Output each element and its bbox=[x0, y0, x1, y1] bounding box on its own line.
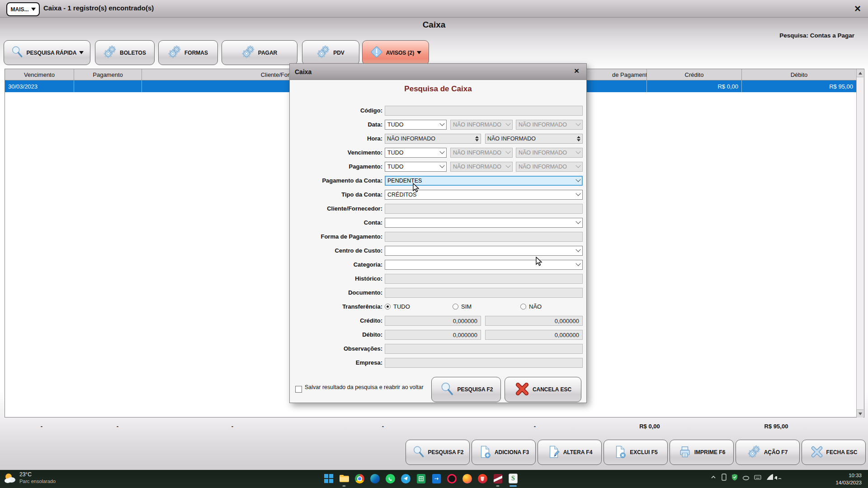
chevron-down-icon bbox=[417, 51, 421, 54]
field-inputs bbox=[385, 274, 583, 284]
volume-network-icon[interactable] bbox=[766, 474, 782, 481]
vertical-scrollbar[interactable] bbox=[856, 69, 864, 417]
phone-link-icon[interactable] bbox=[721, 474, 727, 481]
whatsapp-taskbar-icon[interactable] bbox=[384, 472, 396, 485]
form-row: Conta: bbox=[290, 218, 587, 228]
field-label: Categoria: bbox=[292, 260, 382, 270]
more-menu-label: MAIS... bbox=[10, 6, 28, 13]
chevron-down-icon bbox=[576, 247, 580, 252]
toolbar-button-pagar[interactable]: PAGAR bbox=[222, 40, 297, 65]
erp-app-taskbar-icon[interactable]: S bbox=[507, 472, 519, 485]
toolbar-button-boletos[interactable]: BOLETOS bbox=[95, 40, 155, 65]
toolbar-button-avisos-2-[interactable]: AVISOS (2) bbox=[362, 40, 429, 65]
imprime-f6-button[interactable]: IMPRIME F6 bbox=[670, 440, 734, 465]
window-close-button[interactable]: × bbox=[854, 1, 861, 16]
spinner-arrows-icon[interactable] bbox=[577, 136, 580, 141]
cloud-icon[interactable] bbox=[742, 474, 750, 480]
toolbar-button-formas[interactable]: FORMAS bbox=[158, 40, 218, 65]
radio-transfer-ncia-no[interactable]: NÃO bbox=[520, 303, 542, 310]
field-label: Código: bbox=[292, 106, 382, 116]
magnifier-icon bbox=[10, 45, 24, 60]
cancela-esc-button[interactable]: CANCELA ESC bbox=[505, 377, 581, 402]
row-cell: R$ 0,00 bbox=[647, 80, 742, 92]
toolbar-button-pesquisa-r-pida[interactable]: PESQUISA RÁPIDA bbox=[4, 40, 90, 65]
opera-taskbar-icon[interactable] bbox=[446, 472, 458, 485]
share-taskbar-icon[interactable] bbox=[430, 472, 442, 485]
altera-f4-button[interactable]: ALTERA F4 bbox=[538, 440, 602, 465]
mouse-cursor bbox=[413, 183, 420, 193]
edge-taskbar-icon[interactable] bbox=[369, 472, 381, 485]
telegram-taskbar-icon[interactable] bbox=[400, 472, 411, 485]
adiciona-f3-button[interactable]: ADICIONA F3 bbox=[472, 440, 536, 465]
dialog-button-label: CANCELA ESC bbox=[533, 386, 571, 393]
a-o-f7-button[interactable]: AÇÃO F7 bbox=[736, 440, 800, 465]
field-inputs bbox=[385, 106, 583, 116]
field-label: Hora: bbox=[292, 134, 382, 144]
radio-transfer-ncia-sim[interactable]: SIM bbox=[453, 303, 472, 310]
keyboard-icon[interactable] bbox=[754, 474, 761, 480]
weather-desc: Parc ensolarado bbox=[19, 478, 56, 485]
scroll-down-arrow[interactable] bbox=[857, 409, 863, 418]
shield-icon[interactable] bbox=[731, 474, 738, 481]
field-inputs: TUDO NÃO INFORMADO NÃO INFORMADO bbox=[385, 120, 583, 130]
field-inputs bbox=[385, 288, 583, 298]
select-data[interactable]: TUDO bbox=[385, 120, 447, 130]
field-inputs: TUDO NÃO INFORMADO NÃO INFORMADO bbox=[385, 148, 583, 158]
explorer-taskbar-icon[interactable] bbox=[338, 472, 350, 485]
exclui-f5-button[interactable]: EXCLUI F5 bbox=[604, 440, 668, 465]
field-observa-es bbox=[385, 344, 583, 354]
radio-transfer-ncia-tudo[interactable]: TUDO bbox=[385, 303, 410, 310]
chevron-down-icon bbox=[576, 219, 580, 224]
brave-taskbar-icon[interactable] bbox=[476, 472, 488, 485]
select-categoria[interactable] bbox=[385, 260, 583, 270]
select-pagamento[interactable]: TUDO bbox=[385, 162, 447, 172]
more-menu-button[interactable]: MAIS... bbox=[6, 2, 40, 16]
select-vencimento[interactable]: TUDO bbox=[385, 148, 447, 158]
form-row: Empresa: bbox=[290, 358, 587, 368]
taskbar-clock[interactable]: 10:33 14/03/2023 bbox=[835, 472, 862, 486]
action-button-label: AÇÃO F7 bbox=[764, 449, 788, 455]
scroll-up-arrow[interactable] bbox=[857, 69, 863, 77]
field-inputs bbox=[385, 344, 583, 354]
pesquisa-f2-button[interactable]: PESQUISA F2 bbox=[431, 377, 501, 402]
fecha-esc-button[interactable]: FECHA ESC bbox=[802, 440, 866, 465]
taskbar-weather-widget[interactable]: 23°C Parc ensolarado bbox=[4, 471, 56, 485]
column-header-vencimento[interactable]: Vencimento bbox=[5, 69, 74, 80]
dialog-titlebar[interactable]: Caixa bbox=[290, 64, 586, 80]
field-label: Histórico: bbox=[292, 274, 382, 284]
pesquisa-f2-button[interactable]: PESQUISA F2 bbox=[406, 440, 470, 465]
select-data-from: NÃO INFORMADO bbox=[450, 120, 513, 130]
maroon-app-taskbar-icon[interactable] bbox=[492, 472, 504, 485]
select-conta[interactable] bbox=[385, 218, 583, 228]
toolbar-button-label: BOLETOS bbox=[120, 50, 146, 56]
magnifier-icon bbox=[439, 381, 455, 398]
toolbar-button-label: AVISOS (2) bbox=[386, 50, 414, 56]
action-button-label: IMPRIME F6 bbox=[694, 449, 726, 455]
spinner-hora-0[interactable]: NÃO INFORMADO bbox=[385, 134, 481, 144]
chevron-down-icon bbox=[505, 149, 510, 154]
field-label: Conta: bbox=[292, 218, 382, 228]
field-cliente-fornecedor bbox=[385, 204, 583, 214]
toolbar-button-pdv[interactable]: PDV bbox=[302, 40, 359, 65]
hidden-icons-chevron-icon[interactable] bbox=[710, 474, 717, 480]
chrome-taskbar-icon[interactable] bbox=[354, 472, 365, 485]
spinner-hora-1[interactable]: NÃO INFORMADO bbox=[485, 134, 583, 144]
start-taskbar-icon[interactable] bbox=[323, 472, 335, 485]
column-header-pagamento[interactable]: Pagamento bbox=[74, 69, 142, 80]
search-context-label: Pesquisa: Contas a Pagar bbox=[779, 32, 854, 39]
save-search-checkbox[interactable] bbox=[295, 386, 302, 393]
chevron-down-icon bbox=[576, 177, 580, 182]
chevron-down-icon bbox=[31, 8, 36, 11]
field-documento bbox=[385, 288, 583, 298]
spinner-arrows-icon[interactable] bbox=[475, 136, 479, 141]
column-header-d-bito[interactable]: Débito bbox=[742, 69, 857, 80]
dialog-close-button[interactable]: × bbox=[574, 66, 579, 76]
column-header-cr-dito[interactable]: Crédito bbox=[647, 69, 742, 80]
weather-temp: 23°C bbox=[19, 471, 56, 478]
select-data-to: NÃO INFORMADO bbox=[516, 120, 583, 130]
form-row: Documento: bbox=[290, 288, 587, 298]
select-centro-de-custo[interactable] bbox=[385, 246, 583, 256]
triangle-down-icon bbox=[859, 413, 862, 415]
sheets-taskbar-icon[interactable] bbox=[415, 472, 427, 485]
firefox-taskbar-icon[interactable] bbox=[461, 472, 473, 485]
